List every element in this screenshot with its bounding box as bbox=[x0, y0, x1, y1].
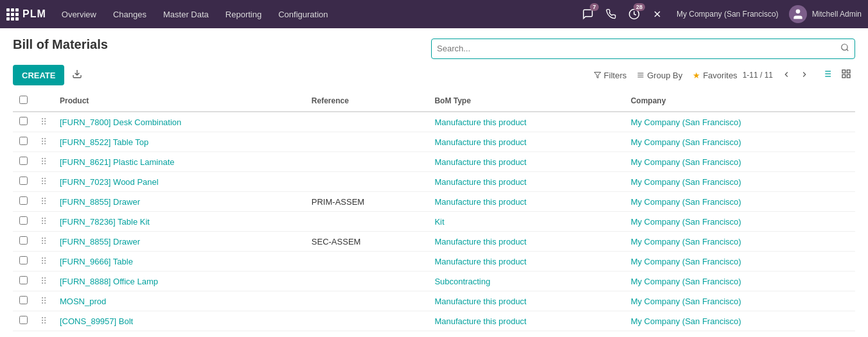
drag-handle-icon[interactable]: ⠿ bbox=[40, 177, 47, 187]
cell-bom-type[interactable]: Manufacture this product bbox=[428, 311, 624, 331]
company-link[interactable]: My Company (San Francisco) bbox=[631, 157, 741, 167]
cell-product[interactable]: MOSN_prod bbox=[53, 291, 305, 311]
product-link[interactable]: [FURN_9666] Table bbox=[60, 257, 133, 266]
company-link[interactable]: My Company (San Francisco) bbox=[631, 316, 741, 326]
col-bom-type[interactable]: BoM Type bbox=[428, 91, 624, 112]
product-link[interactable]: [CONS_89957] Bolt bbox=[60, 316, 133, 326]
cell-product[interactable]: [FURN_8888] Office Lamp bbox=[53, 272, 305, 291]
row-checkbox[interactable] bbox=[19, 236, 28, 245]
cell-product[interactable]: [FURN_8621] Plastic Laminate bbox=[53, 152, 305, 172]
bom-type-link[interactable]: Manufacture this product bbox=[434, 157, 526, 167]
product-link[interactable]: [FURN_8522] Table Top bbox=[60, 137, 148, 147]
cell-company[interactable]: My Company (San Francisco) bbox=[624, 112, 855, 132]
kanban-view-button[interactable] bbox=[837, 66, 855, 84]
cell-product[interactable]: [FURN_8522] Table Top bbox=[53, 132, 305, 152]
bom-type-link[interactable]: Manufacture this product bbox=[434, 297, 526, 306]
drag-handle-icon[interactable]: ⠿ bbox=[40, 276, 47, 286]
cell-bom-type[interactable]: Manufacture this product bbox=[428, 232, 624, 252]
drag-handle-icon[interactable]: ⠿ bbox=[40, 236, 47, 246]
row-sort-handle[interactable]: ⠿ bbox=[34, 192, 53, 212]
search-input[interactable] bbox=[437, 44, 840, 53]
company-link[interactable]: My Company (San Francisco) bbox=[631, 217, 741, 227]
cell-company[interactable]: My Company (San Francisco) bbox=[624, 212, 855, 232]
cell-product[interactable]: [FURN_8855] Drawer bbox=[53, 192, 305, 212]
col-product[interactable]: Product bbox=[53, 91, 305, 112]
company-link[interactable]: My Company (San Francisco) bbox=[631, 137, 741, 147]
cell-bom-type[interactable]: Manufacture this product bbox=[428, 152, 624, 172]
row-checkbox[interactable] bbox=[19, 157, 28, 165]
nav-reporting[interactable]: Reporting bbox=[218, 6, 269, 23]
chat-icon-button[interactable]: 7 bbox=[579, 5, 597, 23]
bom-type-link[interactable]: Manufacture this product bbox=[434, 117, 526, 127]
row-checkbox[interactable] bbox=[19, 276, 28, 284]
row-checkbox-cell[interactable] bbox=[13, 311, 34, 331]
row-sort-handle[interactable]: ⠿ bbox=[34, 172, 53, 192]
company-link[interactable]: My Company (San Francisco) bbox=[631, 257, 741, 266]
row-checkbox-cell[interactable] bbox=[13, 112, 34, 132]
cell-bom-type[interactable]: Manufacture this product bbox=[428, 192, 624, 212]
search-icon[interactable] bbox=[840, 43, 849, 54]
cell-product[interactable]: [FURN_78236] Table Kit bbox=[53, 212, 305, 232]
company-link[interactable]: My Company (San Francisco) bbox=[631, 237, 741, 246]
company-link[interactable]: My Company (San Francisco) bbox=[631, 197, 741, 207]
company-link[interactable]: My Company (San Francisco) bbox=[631, 277, 741, 286]
row-checkbox-cell[interactable] bbox=[13, 291, 34, 311]
favorites-button[interactable]: ★ Favorites bbox=[693, 71, 737, 80]
row-sort-handle[interactable]: ⠿ bbox=[34, 132, 53, 152]
row-checkbox[interactable] bbox=[19, 137, 28, 145]
cell-company[interactable]: My Company (San Francisco) bbox=[624, 172, 855, 192]
row-checkbox[interactable] bbox=[19, 196, 28, 205]
cell-company[interactable]: My Company (San Francisco) bbox=[624, 132, 855, 152]
filters-button[interactable]: Filters bbox=[594, 71, 626, 80]
cell-company[interactable]: My Company (San Francisco) bbox=[624, 152, 855, 172]
bom-type-link[interactable]: Manufacture this product bbox=[434, 316, 526, 326]
bom-type-link[interactable]: Manufacture this product bbox=[434, 177, 526, 187]
row-sort-handle[interactable]: ⠿ bbox=[34, 252, 53, 272]
cell-bom-type[interactable]: Subcontracting bbox=[428, 272, 624, 291]
drag-handle-icon[interactable]: ⠿ bbox=[40, 196, 47, 207]
nav-changes[interactable]: Changes bbox=[105, 6, 154, 23]
row-checkbox-cell[interactable] bbox=[13, 212, 34, 232]
col-company[interactable]: Company bbox=[624, 91, 855, 112]
cell-company[interactable]: My Company (San Francisco) bbox=[624, 232, 855, 252]
drag-handle-icon[interactable]: ⠿ bbox=[40, 137, 47, 147]
row-checkbox[interactable] bbox=[19, 117, 28, 125]
cell-bom-type[interactable]: Manufacture this product bbox=[428, 252, 624, 272]
cell-product[interactable]: [FURN_9666] Table bbox=[53, 252, 305, 272]
cell-company[interactable]: My Company (San Francisco) bbox=[624, 192, 855, 212]
product-link[interactable]: [FURN_8621] Plastic Laminate bbox=[60, 157, 174, 167]
row-checkbox-cell[interactable] bbox=[13, 252, 34, 272]
nav-master-data[interactable]: Master Data bbox=[155, 6, 217, 23]
row-sort-handle[interactable]: ⠿ bbox=[34, 152, 53, 172]
bom-type-link[interactable]: Manufacture this product bbox=[434, 237, 526, 246]
phone-icon-button[interactable] bbox=[602, 5, 620, 23]
drag-handle-icon[interactable]: ⠿ bbox=[40, 117, 47, 127]
row-sort-handle[interactable]: ⠿ bbox=[34, 291, 53, 311]
bom-type-link[interactable]: Manufacture this product bbox=[434, 197, 526, 207]
row-checkbox-cell[interactable] bbox=[13, 132, 34, 152]
cell-product[interactable]: [CONS_89957] Bolt bbox=[53, 311, 305, 331]
drag-handle-icon[interactable]: ⠿ bbox=[40, 296, 47, 306]
nav-overview[interactable]: Overview bbox=[54, 6, 104, 23]
col-reference[interactable]: Reference bbox=[305, 91, 429, 112]
prev-page-button[interactable] bbox=[778, 67, 795, 83]
drag-handle-icon[interactable]: ⠿ bbox=[40, 157, 47, 167]
row-sort-handle[interactable]: ⠿ bbox=[34, 232, 53, 252]
create-button[interactable]: CREATE bbox=[13, 65, 64, 85]
row-sort-handle[interactable]: ⠿ bbox=[34, 112, 53, 132]
group-by-button[interactable]: Group By bbox=[637, 71, 682, 80]
close-icon-button[interactable] bbox=[648, 5, 666, 23]
row-checkbox-cell[interactable] bbox=[13, 172, 34, 192]
list-view-button[interactable] bbox=[818, 66, 836, 84]
bom-type-link[interactable]: Manufacture this product bbox=[434, 257, 526, 266]
cell-product[interactable]: [FURN_7023] Wood Panel bbox=[53, 172, 305, 192]
cell-company[interactable]: My Company (San Francisco) bbox=[624, 311, 855, 331]
row-sort-handle[interactable]: ⠿ bbox=[34, 212, 53, 232]
app-logo[interactable]: PLM bbox=[6, 8, 46, 21]
cell-product[interactable]: [FURN_7800] Desk Combination bbox=[53, 112, 305, 132]
bom-type-link[interactable]: Manufacture this product bbox=[434, 137, 526, 147]
row-checkbox[interactable] bbox=[19, 216, 28, 225]
download-button[interactable] bbox=[69, 66, 85, 84]
cell-company[interactable]: My Company (San Francisco) bbox=[624, 272, 855, 291]
cell-bom-type[interactable]: Manufacture this product bbox=[428, 291, 624, 311]
